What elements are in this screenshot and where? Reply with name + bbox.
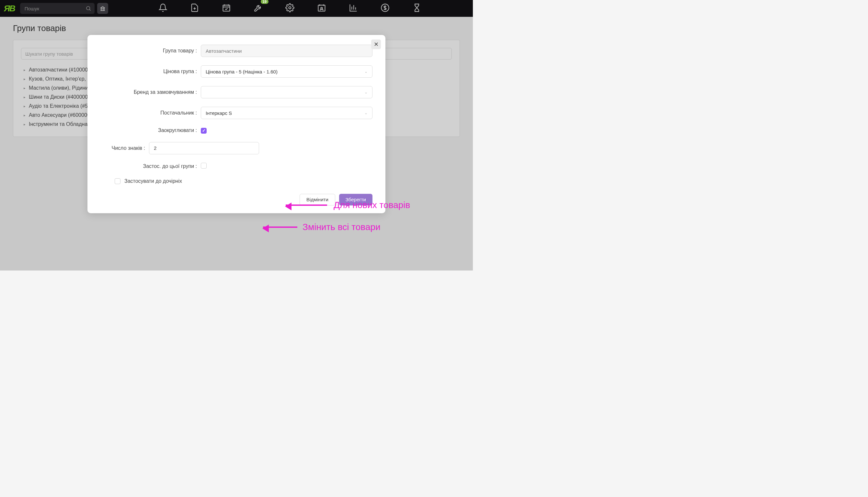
price-group-value: Цінова група - 5 (Націнка - 1.60)	[206, 69, 278, 74]
default-brand-label: Бренд за замовчуванням :	[100, 89, 201, 95]
close-icon: ✕	[374, 41, 378, 48]
hourglass-icon[interactable]	[412, 3, 422, 14]
bank-icon	[100, 5, 106, 11]
apply-this-checkbox[interactable]	[201, 163, 207, 169]
svg-point-5	[321, 7, 322, 9]
digits-input[interactable]	[149, 142, 259, 154]
bank-button[interactable]	[97, 3, 108, 14]
chevron-down-icon: ⌄	[364, 111, 368, 115]
supplier-select[interactable]: Інтеркарс S ⌄	[201, 107, 372, 119]
group-name-input	[201, 45, 372, 57]
chevron-down-icon: ⌄	[364, 90, 368, 95]
nav-icons-group: 19	[111, 3, 469, 14]
default-brand-select[interactable]: ⌄	[201, 86, 372, 98]
arrow-icon	[263, 227, 297, 228]
svg-point-0	[86, 6, 90, 10]
app-logo: ЯB	[4, 3, 15, 14]
svg-rect-4	[318, 5, 325, 11]
price-group-label: Цінова група :	[100, 69, 201, 74]
annotation-new-goods: Для нових товарів	[286, 200, 410, 210]
supplier-value: Інтеркарс S	[206, 110, 232, 116]
bell-icon[interactable]	[159, 3, 167, 14]
group-label: Група товару :	[100, 48, 201, 54]
svg-line-1	[89, 9, 91, 10]
apply-children-label: Застосувати до дочірніх	[124, 178, 182, 184]
wrench-icon[interactable]: 19	[253, 3, 263, 14]
dollar-icon[interactable]	[381, 3, 390, 14]
close-button[interactable]: ✕	[371, 40, 381, 49]
search-container	[20, 3, 95, 14]
svg-rect-2	[223, 5, 230, 11]
document-add-icon[interactable]	[190, 3, 199, 14]
price-group-select[interactable]: Цінова група - 5 (Націнка - 1.60) ⌄	[201, 65, 372, 78]
round-checkbox[interactable]	[201, 128, 207, 133]
round-label: Заокруглювати :	[100, 127, 201, 133]
supplier-label: Постачальник :	[100, 110, 201, 116]
calendar-check-icon[interactable]	[222, 3, 231, 14]
arrow-icon	[286, 204, 327, 206]
contact-icon[interactable]	[317, 3, 326, 14]
svg-point-3	[289, 7, 291, 9]
gear-icon[interactable]	[285, 3, 294, 14]
digits-label: Число знаків :	[100, 145, 149, 151]
annotation-change-all: Змінить всі товари	[263, 222, 381, 232]
search-icon	[85, 5, 91, 11]
apply-children-checkbox[interactable]	[115, 178, 121, 184]
chart-icon[interactable]	[349, 3, 358, 14]
group-edit-modal: ✕ Група товару : Цінова група : Цінова г…	[87, 35, 385, 213]
search-input[interactable]	[20, 3, 95, 14]
apply-this-label: Застос. до цьої групи :	[100, 164, 201, 169]
top-navbar: ЯB 19	[0, 0, 473, 17]
chevron-down-icon: ⌄	[364, 69, 368, 74]
wrench-badge: 19	[261, 0, 268, 4]
